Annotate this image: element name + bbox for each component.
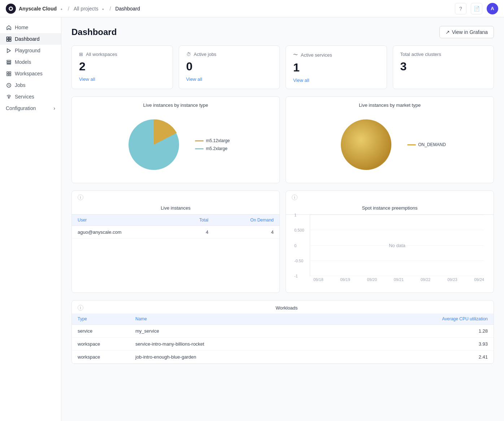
instance-type-pie-svg [121,112,186,177]
stat-header-jobs: ⏱ Active jobs [186,52,273,57]
workloads-header: i Workloads [72,301,494,313]
legend-dot-gold [195,140,204,141]
workspaces-label: Workspaces [15,71,43,76]
view-grafana-label: View in Grafana [452,29,488,35]
cell-type: workspace [72,351,130,364]
services-label: Services [15,94,34,100]
live-instances-header-row: User Total On Demand [72,215,279,226]
svg-rect-12 [7,74,9,76]
cell-name: service-intro-many-billions-rocket [130,338,342,351]
col-user: User [72,215,175,226]
svg-rect-5 [9,39,11,41]
col-cpu: Average CPU utilization [342,313,494,325]
spot-chart-area: 1 0.500 0 -0.50 -1 No data [310,215,484,276]
cell-cpu: 1.28 [342,325,494,338]
page-header: Dashboard ↗ View in Grafana [71,26,494,38]
workloads-body: service my_service 1.28 workspace servic… [72,325,494,364]
instance-type-chart-title: Live instances by instance type [79,102,272,108]
topbar: Anyscale Cloud ⬥ / All projects ⬥ / Dash… [0,0,504,17]
spot-preemptions-title: Spot instance preemptions [286,200,494,215]
workloads-info-icon: i [78,305,83,311]
market-type-pie-svg [334,112,399,177]
table-row: service my_service 1.28 [72,325,494,338]
legend-label-teal: m5.2xlarge [206,146,227,151]
configuration-chevron: › [53,105,55,111]
layout: Home Dashboard Playground [0,17,504,421]
x-axis-labels: 09/18 09/19 09/20 09/21 09/22 09/23 09/2… [313,276,484,282]
x-label-0922: 09/22 [421,277,431,282]
docs-button[interactable]: 📄 [471,3,482,14]
breadcrumb-sep1: / [68,6,69,12]
playground-icon [6,48,12,53]
workspaces-view-all-link[interactable]: View all [79,76,95,82]
legend-dot-teal [195,148,204,149]
breadcrumb-dashboard: Dashboard [115,6,140,12]
breadcrumb-all-projects[interactable]: All projects [74,6,98,12]
sidebar-item-models[interactable]: Models [0,56,61,68]
avatar[interactable]: A [487,3,498,14]
sidebar-item-playground[interactable]: Playground [0,45,61,56]
cell-type: service [72,325,130,338]
projects-caret: ⬥ [102,6,104,11]
svg-rect-8 [7,62,11,63]
col-total: Total [175,215,214,226]
topbar-right: ? 📄 A [455,3,498,14]
dashboard-label: Dashboard [15,36,40,42]
jobs-label: Jobs [15,82,26,88]
page-title: Dashboard [71,27,117,37]
live-instances-info-icon: i [78,194,83,200]
stat-header-services: 〜 Active services [293,52,379,58]
sidebar-item-home[interactable]: Home [0,22,61,33]
workspaces-stat-value: 2 [79,60,165,73]
clusters-stat-value: 3 [400,60,487,73]
workloads-title: Workloads [86,305,488,311]
svg-rect-3 [9,37,11,39]
brand-name: Anyscale Cloud [19,6,57,12]
y-label-1: 1 [294,213,296,217]
x-label-0920: 09/20 [367,277,377,282]
services-stat-value: 1 [293,61,379,74]
live-instances-body: aguo@anyscale.com 4 4 [72,226,279,239]
spot-preemptions-card: i Spot instance preemptions 1 0.500 0 -0… [286,190,494,293]
external-link-icon: ↗ [446,29,450,35]
help-button[interactable]: ? [455,3,466,14]
market-type-pie-container: ON_DEMAND [293,112,486,177]
sidebar-configuration[interactable]: Configuration › [0,102,61,114]
y-label-0: 0 [294,244,296,248]
workloads-card: i Workloads Type Name Average CPU utiliz… [71,300,494,364]
col-type: Type [72,313,130,325]
x-label-0923: 09/23 [447,277,457,282]
jobs-icon [6,82,12,88]
svg-marker-6 [7,49,10,53]
cell-total: 4 [175,226,214,239]
instance-type-chart-card: Live instances by instance type m5.12x [71,96,280,183]
stat-header-clusters: Total active clusters [400,52,487,57]
svg-point-15 [8,97,9,98]
table-row: workspace service-intro-many-billions-ro… [72,338,494,351]
x-label-0924: 09/24 [474,277,484,282]
svg-rect-11 [9,72,11,74]
table-row: workspace job-intro-enough-blue-garden 2… [72,351,494,364]
svg-rect-10 [7,72,9,74]
svg-point-1 [10,8,12,10]
market-type-chart-title: Live instances by market type [293,102,486,108]
cell-name: job-intro-enough-blue-garden [130,351,342,364]
workspaces-icon [6,71,12,76]
sidebar-item-dashboard[interactable]: Dashboard [0,33,61,45]
svg-rect-13 [9,74,11,76]
sidebar-item-services[interactable]: Services [0,91,61,102]
sidebar-item-jobs[interactable]: Jobs [0,79,61,91]
sidebar-item-workspaces[interactable]: Workspaces [0,68,61,79]
jobs-view-all-link[interactable]: View all [186,76,203,82]
stats-grid: ⊞ All workspaces 2 View all ⏱ Active job… [71,45,494,89]
view-grafana-button[interactable]: ↗ View in Grafana [439,26,494,38]
models-icon [6,59,12,65]
instance-type-pie-container: m5.12xlarge m5.2xlarge [79,112,272,177]
market-type-legend: ON_DEMAND [407,142,446,147]
services-view-all-link[interactable]: View all [293,78,309,83]
brand-caret: ⬥ [60,6,63,11]
dashboard-icon [6,36,12,42]
svg-rect-4 [6,39,8,41]
legend-item-gold: m5.12xlarge [195,138,230,143]
clusters-stat-label: Total active clusters [400,52,441,57]
